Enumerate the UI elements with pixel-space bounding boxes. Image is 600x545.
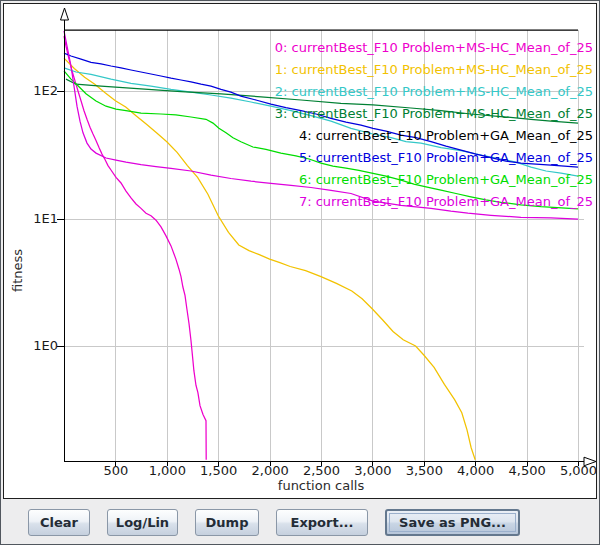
legend-item-4: 4: currentBest_F10 Problem+GA_Mean_of_25 xyxy=(275,125,593,147)
x-tick-label: 3,000 xyxy=(354,463,391,478)
chart-panel: fitness function calls 1E21E11E0 5001,00… xyxy=(3,3,597,499)
legend-item-6: 6: currentBest_F10 Problem+GA_Mean_of_25 xyxy=(275,169,593,191)
x-tick-label: 5,000 xyxy=(560,463,597,478)
legend-item-0: 0: currentBest_F10 Problem+MS-HC_Mean_of… xyxy=(275,37,593,59)
x-tick-label: 1,000 xyxy=(149,463,186,478)
log-lin-button[interactable]: Log/Lin xyxy=(107,509,178,536)
x-tick-label: 4,000 xyxy=(457,463,494,478)
legend-item-2: 2: currentBest_F10 Problem+MS-HC_Mean_of… xyxy=(275,81,593,103)
save-as-png-button[interactable]: Save as PNG... xyxy=(385,509,520,536)
series-line-0 xyxy=(64,36,206,460)
export-button[interactable]: Export... xyxy=(276,509,368,536)
toolbar: ClearLog/LinDumpExport...Save as PNG... xyxy=(3,501,599,543)
x-tick-label: 3,500 xyxy=(406,463,443,478)
legend-item-5: 5: currentBest_F10 Problem+GA_Mean_of_25 xyxy=(275,147,593,169)
legend-item-3: 3: currentBest_F10 Problem+MS-HC_Mean_of… xyxy=(275,103,593,125)
y-tick-label: 1E0 xyxy=(4,338,58,353)
y-tick-label: 1E1 xyxy=(4,211,58,226)
x-tick-label: 2,000 xyxy=(251,463,288,478)
x-tick-label: 4,500 xyxy=(508,463,545,478)
legend-item-1: 1: currentBest_F10 Problem+MS-HC_Mean_of… xyxy=(275,59,593,81)
clear-button[interactable]: Clear xyxy=(28,509,90,536)
legend-item-7: 7: currentBest_F10 Problem+GA_Mean_of_25 xyxy=(275,191,593,213)
y-tick-label: 1E2 xyxy=(4,83,58,98)
x-axis-label: function calls xyxy=(221,478,421,493)
dump-button[interactable]: Dump xyxy=(195,509,259,536)
plot-window: fitness function calls 1E21E11E0 5001,00… xyxy=(0,0,600,545)
x-tick-label: 1,500 xyxy=(200,463,237,478)
y-axis-label: fitness xyxy=(10,249,25,292)
y-axis-arrow-icon xyxy=(61,8,69,20)
x-tick-label: 2,500 xyxy=(303,463,340,478)
x-tick-label: 500 xyxy=(103,463,128,478)
chart-legend: 0: currentBest_F10 Problem+MS-HC_Mean_of… xyxy=(275,37,593,213)
